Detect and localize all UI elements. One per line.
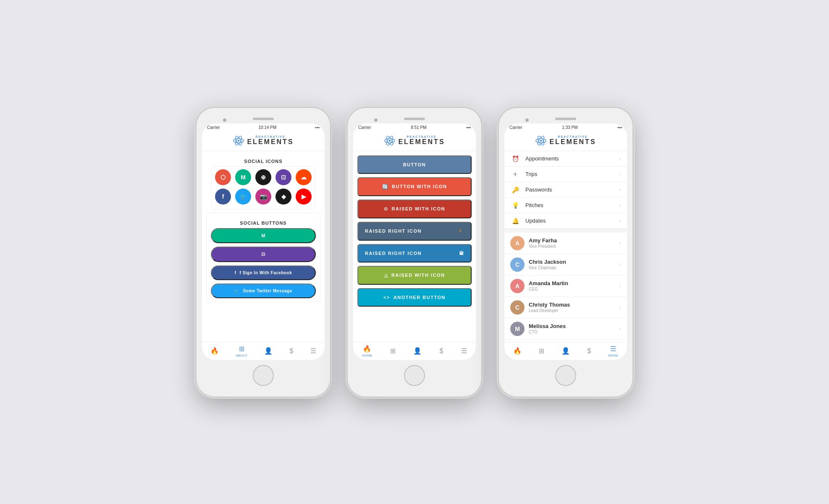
- battery-3: ▪▪▪: [617, 125, 622, 130]
- tab-menu-1[interactable]: ☰: [310, 347, 316, 355]
- about-label-1: ABOUT: [236, 354, 247, 357]
- icon-twitch[interactable]: ⊡: [275, 169, 291, 185]
- info-melissa: Melissa Jones CTO: [529, 323, 619, 334]
- speaker: [253, 118, 274, 120]
- carrier-1: Carrier: [207, 125, 220, 130]
- icon-facebook[interactable]: f: [215, 189, 231, 205]
- name-melissa: Melissa Jones: [529, 323, 619, 329]
- btn-raised-right-icon-1[interactable]: RAISED RIGHT ICON 🚶: [357, 222, 472, 241]
- tab-dollar-3[interactable]: $: [587, 347, 591, 355]
- social-icons-grid: ⬡ M ⊕ ⊡ ☁ f 🐦 📷 ◈ ▶: [211, 166, 315, 209]
- tab-more-3[interactable]: ☰ MORE: [608, 345, 618, 357]
- battery-1: ▪▪▪: [315, 125, 320, 130]
- menu-trips[interactable]: ✈ Trips ›: [504, 167, 627, 182]
- avatar-christy: C: [510, 300, 525, 315]
- home-button-3[interactable]: [555, 365, 576, 386]
- icon-gitlab[interactable]: ⬡: [215, 169, 231, 185]
- time-2: 8:51 PM: [411, 125, 426, 130]
- tab-about-1[interactable]: ⊞ ABOUT: [236, 345, 247, 357]
- medium-button[interactable]: M: [211, 228, 316, 243]
- menu-icon-1: ☰: [310, 347, 316, 355]
- btn-label-5: RAISED RIGHT ICON: [365, 251, 422, 256]
- home-button-1[interactable]: [253, 365, 274, 386]
- fire-icon-2: 🔥: [363, 345, 371, 353]
- contact-melissa[interactable]: M Melissa Jones CTO ›: [504, 318, 627, 340]
- section-divider: [504, 229, 627, 233]
- status-bar-3: Carrier 1:33 PM ▪▪▪: [504, 123, 627, 131]
- btn-another[interactable]: <> ANOTHER BUTTON: [357, 288, 472, 307]
- icon-codepen[interactable]: ◈: [275, 189, 291, 205]
- trips-label: Trips: [525, 171, 619, 177]
- btn-button[interactable]: BUTTON: [357, 155, 472, 174]
- tab-grid-2[interactable]: ⊞: [390, 347, 396, 355]
- contact-amy[interactable]: A Amy Farha Vice President ›: [504, 233, 627, 254]
- status-bar-1: Carrier 10:14 PM ▪▪▪: [202, 123, 325, 131]
- twitter-button[interactable]: 🐦 Some Twitter Message: [211, 284, 316, 298]
- name-amanda: Amanda Martin: [529, 280, 619, 286]
- icon-github[interactable]: ⊕: [255, 169, 271, 185]
- dollar-icon-1: $: [290, 347, 294, 355]
- phone-3: Carrier 1:33 PM ▪▪▪ REACTNAT: [498, 108, 633, 397]
- tab-grid-3[interactable]: ⊞: [539, 347, 544, 355]
- target-icon: ⊙: [384, 206, 388, 212]
- svg-point-3: [238, 139, 240, 142]
- contact-chris[interactable]: C Chris Jackson Vice Chairman ›: [504, 254, 627, 276]
- dollar-icon-3: $: [587, 347, 591, 355]
- btn-label-7: ANOTHER BUTTON: [394, 295, 446, 300]
- tab-dollar-2[interactable]: $: [439, 347, 443, 355]
- icon-twitter[interactable]: 🐦: [235, 189, 251, 205]
- tab-fire-3[interactable]: 🔥: [513, 347, 522, 355]
- icon-soundcloud[interactable]: ☁: [296, 169, 312, 185]
- social-buttons-title: SOCIAL BUTTONS: [211, 216, 316, 228]
- contact-amanda[interactable]: A Amanda Martin CEO ›: [504, 276, 627, 297]
- tab-bar-1: 🔥 ⊞ ABOUT 👤 $ ☰: [202, 342, 325, 360]
- twitter-label: Some Twitter Message: [243, 289, 292, 293]
- speaker-3: [555, 118, 576, 120]
- icon-instagram[interactable]: 📷: [255, 189, 271, 205]
- grid-icon-3: ⊞: [539, 347, 544, 355]
- title-chris: Vice Chairman: [529, 265, 619, 270]
- name-amy: Amy Farha: [529, 237, 619, 244]
- btn-raised-with-icon-2[interactable]: △ RAISED WITH ICON: [357, 266, 472, 285]
- tab-dollar-1[interactable]: $: [290, 347, 294, 355]
- menu-passwords[interactable]: 🔑 Passwords ›: [504, 182, 627, 198]
- icon-medium[interactable]: M: [235, 169, 251, 185]
- btn-label-2: BUTTON WITH ICON: [392, 184, 447, 189]
- btn-raised-with-icon-1[interactable]: ⊙ RAISED WITH ICON: [357, 200, 472, 218]
- facebook-button[interactable]: f f Sign In With Facebook: [211, 265, 316, 280]
- menu-updates[interactable]: 🔔 Updates ›: [504, 213, 627, 229]
- logo-bottom-1: ELEMENTS: [247, 138, 294, 146]
- battery-2: ▪▪▪: [466, 125, 471, 130]
- app-logo-1: REACTNATIVE ELEMENTS: [247, 135, 294, 146]
- passwords-label: Passwords: [525, 186, 619, 193]
- tab-person-1[interactable]: 👤: [264, 347, 273, 355]
- icon-youtube[interactable]: ▶: [296, 189, 312, 205]
- menu-pitches[interactable]: 💡 Pitches ›: [504, 198, 627, 213]
- logo-top-2: REACTNATIVE: [407, 135, 436, 138]
- tab-home-2[interactable]: 🔥 HOME: [362, 345, 372, 357]
- appointments-label: Appointments: [525, 155, 619, 162]
- tab-person-3[interactable]: 👤: [561, 347, 570, 355]
- tab-bar-2: 🔥 HOME ⊞ 👤 $ ☰: [353, 342, 476, 360]
- dollar-icon-2: $: [439, 347, 443, 355]
- contact-christy[interactable]: C Christy Thomas Lead Developer ›: [504, 297, 627, 318]
- twitch-button[interactable]: ⊡: [211, 247, 316, 262]
- name-chris: Chris Jackson: [529, 259, 619, 265]
- atom-icon-2: [384, 135, 396, 147]
- btn-button-with-icon[interactable]: 🔄 BUTTON WITH ICON: [357, 177, 472, 196]
- tab-person-2[interactable]: 👤: [413, 347, 422, 355]
- updates-label: Updates: [525, 218, 619, 224]
- tab-fire-1[interactable]: 🔥: [210, 347, 219, 355]
- menu-appointments[interactable]: ⏰ Appointments ›: [504, 151, 627, 167]
- phone-1-screen: Carrier 10:14 PM ▪▪▪ REACTNA: [202, 123, 325, 360]
- triangle-icon: △: [384, 273, 388, 278]
- btn-raised-right-icon-2[interactable]: RAISED RIGHT ICON 🏛: [357, 244, 472, 262]
- carrier-3: Carrier: [509, 125, 522, 130]
- more-icon-3: ☰: [610, 345, 616, 353]
- tab-menu-2[interactable]: ☰: [461, 347, 467, 355]
- trips-chevron: ›: [619, 171, 621, 177]
- chevron-christy: ›: [619, 304, 621, 310]
- fire-icon-1: 🔥: [210, 347, 219, 355]
- chevron-amanda: ›: [619, 283, 621, 289]
- home-button-2[interactable]: [404, 365, 425, 386]
